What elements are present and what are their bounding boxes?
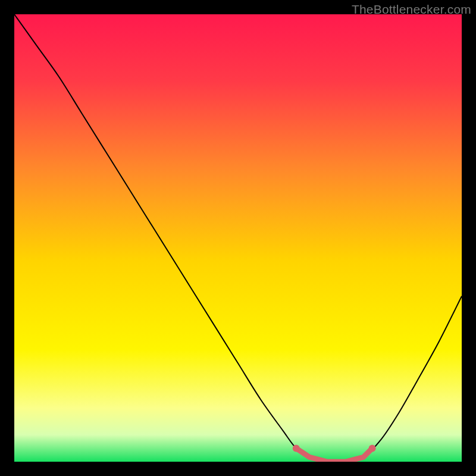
chart-frame bbox=[14, 14, 462, 462]
watermark-text: TheBottlenecker.com bbox=[352, 2, 471, 17]
optimal-band-endpoint bbox=[293, 444, 300, 452]
optimal-band-endpoint bbox=[369, 444, 376, 452]
chart-background bbox=[14, 14, 462, 462]
bottleneck-chart bbox=[14, 14, 462, 462]
